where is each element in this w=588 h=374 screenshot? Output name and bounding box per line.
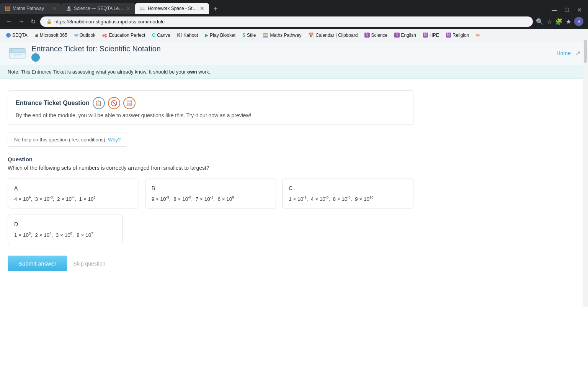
search-icon[interactable]: 🔍	[536, 18, 544, 25]
bookmark-science[interactable]: N Science	[361, 32, 390, 39]
bookmark-icon-calendar: 📅	[308, 33, 314, 38]
bookmark-icon-gmail: ✉	[476, 33, 480, 38]
options-grid: A 4 × 109, 3 × 10-8, 2 × 10-4, 1 × 101 B…	[8, 179, 413, 208]
tab-maths-pathway[interactable]: 🧮 Maths Pathway ✕	[0, 3, 61, 14]
help-notice: No help on this question (Test condition…	[8, 133, 127, 147]
bookmark-calendar[interactable]: 📅 Calendar | Clipboard	[305, 32, 361, 39]
ticket-icon	[8, 46, 27, 61]
bookmark-icon-blooket: ▶	[205, 33, 208, 38]
url-bar[interactable]: 🔒 https://8ma6dinon-stignatius.mpclass.c…	[40, 16, 533, 27]
bookmark-blooket[interactable]: ▶ Play Blooket	[202, 32, 238, 39]
bookmark-label-maths-pathway: Maths Pathway	[270, 33, 301, 38]
bookmarks-bar: SEQTA ⊞ Microsoft 365 ✉ Outlook ep Educa…	[0, 29, 588, 41]
bookmark-outlook[interactable]: ✉ Outlook	[71, 32, 98, 39]
bookmark-stile[interactable]: S Stile	[239, 32, 259, 39]
user-status-circle	[31, 53, 40, 62]
bookmark-label-hpe: HPE	[430, 33, 439, 38]
page-title-container: Entrance Ticket for: Scientific Notation	[31, 44, 161, 62]
tab-homework-studyx[interactable]: 📖 Homework Space - StudyX ✕	[135, 3, 209, 14]
bookmark-icon-maths-pathway: 🧮	[263, 33, 268, 38]
bookmark-icon-kahoot: K!	[177, 33, 182, 38]
window-controls: — ❐ ✕	[546, 6, 588, 14]
scrollbar[interactable]	[583, 38, 588, 283]
skip-question-button[interactable]: Skip question	[73, 261, 105, 267]
bookmark-maths-pathway[interactable]: 🧮 Maths Pathway	[260, 32, 304, 39]
options-bottom: D 1 × 105, 2 × 104, 3 × 108, 8 × 107	[8, 215, 413, 244]
bookmark-kahoot[interactable]: K! Kahoot	[174, 32, 201, 39]
share-icon[interactable]: ↗	[575, 49, 580, 57]
option-label-c: C	[289, 185, 407, 191]
bookmark-label-seqta: SEQTA	[12, 33, 28, 38]
bookmark-icon-seqta	[6, 33, 11, 38]
page-title: Entrance Ticket for: Scientific Notation	[31, 44, 161, 53]
back-button[interactable]: ←	[5, 16, 14, 26]
tab-science-seqta[interactable]: 🔬 Science — SEQTA Learn ✕	[61, 3, 135, 14]
bookmark-label-stile: Stile	[247, 33, 256, 38]
help-notice-text: No help on this question (Test condition…	[14, 137, 106, 143]
question-text: Which of the following sets of numbers i…	[8, 165, 413, 171]
bookmark-hpe[interactable]: N HPE	[420, 32, 442, 39]
bookmark-canva[interactable]: C Canva	[149, 32, 173, 39]
option-card-a[interactable]: A 4 × 109, 3 × 10-8, 2 × 10-4, 1 × 101	[8, 179, 139, 208]
notice-bold: own	[187, 69, 197, 75]
bookmark-label-religion: Religion	[452, 33, 469, 38]
why-link[interactable]: Why?	[108, 137, 121, 143]
bookmark-education-perfect[interactable]: ep Education Perfect	[99, 32, 148, 39]
option-content-c: 1 × 10-1, 4 × 10-5, 8 × 10-8, 9 × 1010	[289, 195, 407, 202]
restore-button[interactable]: ❐	[562, 6, 573, 14]
bookmark-icon-outlook: ✉	[74, 33, 78, 38]
action-buttons: Submit answer Skip question	[8, 256, 413, 271]
bookmark-microsoft365[interactable]: ⊞ Microsoft 365	[31, 32, 70, 39]
favorites-icon[interactable]: ★	[566, 18, 571, 25]
bookmark-icon-stile: S	[242, 33, 245, 38]
svg-point-3	[11, 50, 12, 51]
bookmark-icon-canva: C	[152, 33, 155, 38]
close-window-button[interactable]: ✕	[574, 6, 585, 14]
question-card-desc: By the end of the module, you will be ab…	[16, 112, 405, 118]
submit-answer-button[interactable]: Submit answer	[8, 256, 67, 271]
bookmark-icon-hpe: N	[423, 33, 428, 38]
extension-icon[interactable]: 🧩	[555, 18, 563, 25]
url-path: /module	[147, 19, 165, 25]
main-content: Entrance Ticket Question 📋 🚫 🧮 By the en…	[0, 79, 421, 283]
new-tab-button[interactable]: ＋	[209, 3, 222, 14]
option-card-d[interactable]: D 1 × 105, 2 × 104, 3 × 108, 8 × 107	[8, 215, 122, 244]
option-content-b: 9 × 10-9, 8 × 10-8, 7 × 10-1, 6 × 109	[152, 195, 270, 202]
url-protocol: https://	[54, 19, 69, 25]
option-card-c[interactable]: C 1 × 10-1, 4 × 10-5, 8 × 10-8, 9 × 1010	[282, 179, 413, 208]
bookmark-label-science: Science	[371, 33, 388, 38]
url-domain: 8ma6dinon-stignatius.mpclass.com	[69, 19, 147, 25]
tab-title-3: Homework Space - StudyX	[148, 6, 198, 11]
home-link[interactable]: Home	[557, 50, 571, 56]
forward-button[interactable]: →	[17, 16, 26, 26]
tab-close-1[interactable]: ✕	[52, 5, 57, 11]
lock-icon: 🔒	[46, 19, 52, 24]
address-actions: 🔍 ☆ 🧩 ★ S	[536, 17, 583, 26]
bookmark-icon-ep: ep	[102, 33, 107, 38]
bookmark-icon-religion: N	[446, 33, 451, 38]
bookmark-icon-science: N	[364, 33, 369, 38]
card-icon-list: 📋	[93, 97, 105, 109]
address-bar: ← → ↻ 🔒 https://8ma6dinon-stignatius.mpc…	[0, 14, 588, 29]
scrollbar-thumb[interactable]	[584, 40, 587, 63]
tab-favicon-2: 🔬	[66, 6, 72, 11]
minimize-button[interactable]: —	[549, 6, 560, 14]
tab-close-2[interactable]: ✕	[126, 5, 131, 11]
question-label: Question	[8, 156, 413, 162]
option-content-d: 1 × 105, 2 × 104, 3 × 108, 8 × 107	[14, 231, 116, 238]
bookmark-star-icon[interactable]: ☆	[547, 18, 552, 25]
notice-bar: Note: This Entrance Ticket is assessing …	[0, 65, 588, 79]
reload-button[interactable]: ↻	[29, 16, 37, 27]
option-card-b[interactable]: B 9 × 10-9, 8 × 10-8, 7 × 10-1, 6 × 109	[145, 179, 276, 208]
bookmark-label-blooket: Play Blooket	[210, 33, 235, 38]
bookmark-gmail[interactable]: ✉	[473, 32, 483, 39]
bookmark-label-ep: Education Perfect	[109, 33, 145, 38]
card-icon-calculator: 🧮	[123, 97, 136, 109]
profile-icon[interactable]: S	[574, 17, 583, 26]
bookmark-religion[interactable]: N Religion	[443, 32, 472, 39]
bookmark-seqta[interactable]: SEQTA	[3, 32, 31, 39]
bookmark-icon-english: N	[394, 33, 399, 38]
options-empty-space	[129, 215, 413, 244]
tab-close-3[interactable]: ✕	[200, 5, 204, 11]
bookmark-english[interactable]: N English	[391, 32, 419, 39]
